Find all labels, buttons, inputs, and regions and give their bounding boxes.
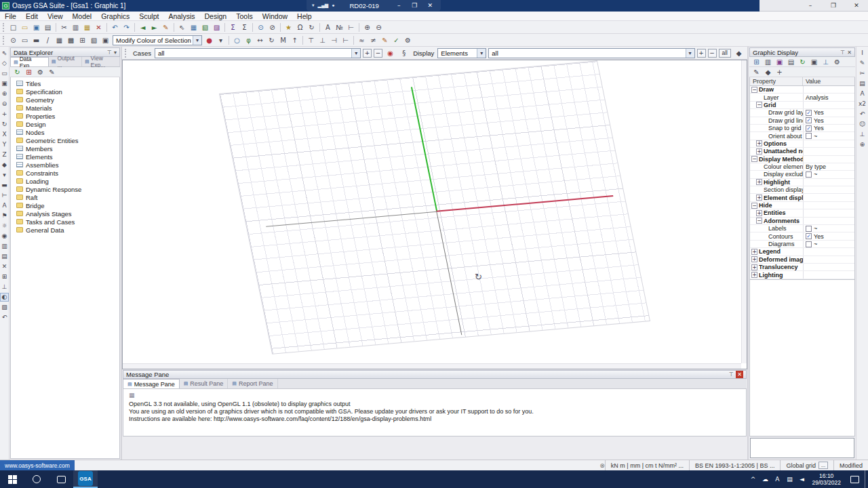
message-tab-result-pane[interactable]: ▤Result Pane — [180, 379, 229, 388]
tree-item-design[interactable]: Design — [11, 120, 119, 128]
menu-edit[interactable]: Edit — [21, 12, 43, 21]
copy-image-icon[interactable]: ▥ — [0, 242, 9, 251]
rdp-pin-icon[interactable]: ▾ — [312, 0, 315, 11]
zoom-in-icon[interactable]: ⊕ — [0, 89, 9, 98]
new-data-icon[interactable]: ⊞ — [23, 67, 35, 77]
action-center-icon[interactable] — [850, 476, 859, 483]
explorer-tools-icon[interactable]: ✎ — [46, 67, 58, 77]
chevron-down-icon[interactable]: ▾ — [351, 49, 360, 58]
align-right-icon[interactable]: ⊢ — [340, 35, 351, 45]
forward-icon[interactable]: ► — [149, 22, 160, 33]
highlight-toggle-icon[interactable]: ◐ — [0, 293, 9, 302]
property-row-draw-grid-lines[interactable]: Draw grid lines✓Yes — [750, 117, 854, 125]
chevron-down-icon[interactable]: ▾ — [686, 49, 694, 58]
zoom-out-icon[interactable]: ⊖ — [0, 100, 9, 108]
font-icon[interactable]: A — [322, 22, 334, 33]
toolbar-grip[interactable] — [125, 49, 127, 58]
checkbox[interactable]: ✓ — [806, 117, 812, 123]
pin-icon[interactable]: ⊤ — [729, 371, 734, 378]
polyline-select-icon[interactable]: ◇ — [0, 59, 9, 68]
select-cursor-icon[interactable]: ⇖ — [176, 22, 188, 33]
tree-item-members[interactable]: Members — [11, 144, 119, 152]
cursor-info-icon[interactable]: I — [858, 49, 867, 58]
save-icon[interactable]: ▣ — [31, 22, 42, 33]
select-cases-icon[interactable]: ▧ — [88, 35, 100, 45]
plus-expand-icon[interactable]: + — [751, 256, 757, 262]
rect-select-icon[interactable]: ▭ — [0, 69, 9, 78]
flag-tool-icon[interactable]: ⚑ — [0, 211, 9, 220]
tree-item-loading[interactable]: Loading — [11, 177, 119, 185]
scale-x2-icon[interactable]: x2 — [858, 100, 867, 108]
grid-toggle-icon[interactable]: ⊞ — [0, 272, 9, 281]
graphic-view-icon[interactable]: ▧ — [199, 22, 211, 33]
probe-values-icon[interactable]: ◆ — [762, 67, 774, 77]
chevron-down-icon[interactable]: ▾ — [193, 36, 201, 45]
tree-item-titles[interactable]: Titles — [11, 79, 119, 87]
minus-expand-icon[interactable]: − — [751, 87, 757, 93]
checkbox[interactable]: ✓ — [806, 125, 812, 131]
explorer-tab-data-exp[interactable]: ▤Data Exp... — [10, 57, 49, 66]
property-row-orient-about[interactable]: Orient about ...~ — [750, 132, 854, 140]
tree-item-analysis-stages[interactable]: Analysis Stages — [11, 209, 119, 218]
menu-window[interactable]: Window — [258, 12, 292, 21]
property-row-hide[interactable]: −Hide — [750, 202, 854, 209]
selection-mode-combo[interactable]: Modify Colour of Selection ▾ — [113, 35, 202, 45]
explorer-settings-icon[interactable]: ⚙ — [35, 67, 46, 77]
pin-icon[interactable]: ⊤ — [840, 49, 845, 56]
message-tab-report-pane[interactable]: ▤Report Pane — [228, 379, 277, 388]
notes-icon[interactable]: ▤ — [858, 79, 867, 88]
tree-item-specification[interactable]: Specification — [11, 87, 119, 96]
measure-icon[interactable]: ⊢ — [0, 191, 9, 200]
back-icon[interactable]: ◄ — [137, 22, 149, 33]
display-entity-combo[interactable]: Elements ▾ — [437, 48, 486, 58]
pin-icon[interactable]: ◆ — [733, 48, 745, 58]
minus-expand-icon[interactable]: − — [756, 218, 762, 224]
plus-expand-icon[interactable]: + — [756, 148, 762, 155]
property-row-colour-elements[interactable]: Colour elementsBy type — [750, 163, 854, 171]
zoom-out-icon[interactable]: ⊖ — [373, 22, 384, 33]
property-row-lighting[interactable]: +Lighting — [750, 271, 854, 279]
tree-item-nodes[interactable]: Nodes — [11, 128, 119, 136]
language-icon[interactable]: A — [771, 472, 783, 487]
minus-expand-icon[interactable]: − — [756, 102, 762, 108]
tree-item-geometric-entities[interactable]: Geometric Entities — [11, 136, 119, 144]
select-lines-icon[interactable]: / — [42, 35, 54, 45]
case-target-icon[interactable]: ◉ — [384, 48, 396, 58]
horizontal-scrollbar[interactable] — [123, 363, 741, 369]
units-status[interactable]: kN m | mm | cm t N/mm² ... — [605, 460, 689, 470]
magnet-tool-icon[interactable]: Ω — [294, 22, 306, 33]
person-view-icon[interactable]: ☺ — [858, 120, 867, 129]
tree-item-tasks-and-cases[interactable]: Tasks and Cases — [11, 218, 119, 226]
checkbox[interactable]: ✓ — [806, 110, 812, 116]
search-button[interactable] — [24, 470, 49, 488]
explorer-tab-view-exp[interactable]: ▤View Exp... — [82, 57, 120, 66]
select-members-icon[interactable]: ▬ — [31, 35, 42, 45]
rdp-signal-icon[interactable]: ▂▄▆ — [318, 0, 329, 11]
dock-pane-icon[interactable]: + — [774, 67, 785, 77]
minimize-button[interactable]: – — [799, 0, 822, 11]
taskbar-clock[interactable]: 16:10 29/03/2022 — [808, 472, 845, 486]
axis-view-icon[interactable]: ⊥ — [858, 130, 867, 139]
select-elements-icon[interactable]: ▭ — [19, 35, 31, 45]
rotate-tool-icon[interactable]: ↻ — [266, 35, 277, 45]
oasys-website-link[interactable]: www.oasys-software.com — [0, 460, 75, 470]
grid-browse-button[interactable]: ... — [818, 462, 828, 469]
view-iso-icon[interactable]: ◆ — [0, 161, 9, 169]
check-tool-icon[interactable]: ✓ — [391, 35, 402, 45]
undo-icon[interactable]: ↶ — [109, 22, 121, 33]
pointer-icon[interactable]: ⇖ — [0, 49, 9, 58]
property-row-labels[interactable]: Labels~ — [750, 225, 854, 232]
camera-icon[interactable]: ◉ — [0, 232, 9, 241]
save-graphic-icon[interactable]: ▣ — [774, 57, 785, 67]
view-y-icon[interactable]: Y — [0, 140, 9, 149]
property-row-unattached-nodes[interactable]: +Unattached nodes — [750, 148, 854, 155]
align-left-icon[interactable]: ⊣ — [328, 35, 340, 45]
plus-expand-icon[interactable]: + — [751, 264, 757, 270]
plus-expand-icon[interactable]: + — [756, 140, 762, 146]
move-tool-icon[interactable]: ↔ — [254, 35, 266, 45]
start-button[interactable] — [0, 470, 24, 488]
onedrive-icon[interactable]: ☁ — [759, 472, 771, 487]
sculpt-node-icon[interactable]: ○ — [231, 35, 243, 45]
show-all-button[interactable]: all — [719, 49, 732, 58]
checkbox[interactable] — [806, 226, 812, 232]
